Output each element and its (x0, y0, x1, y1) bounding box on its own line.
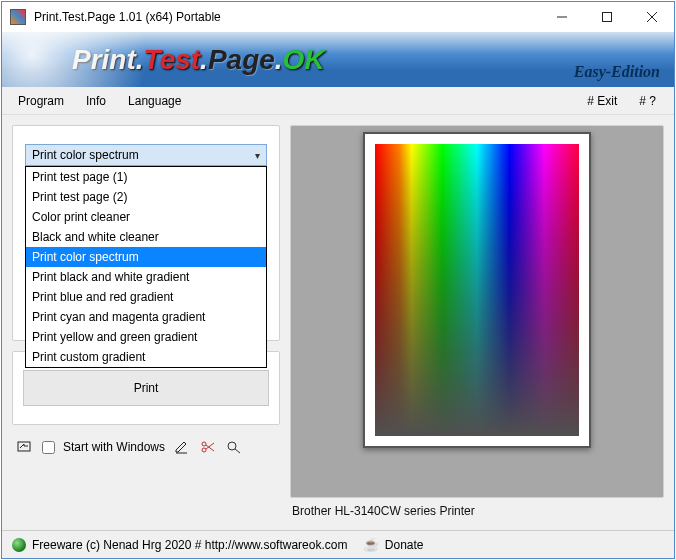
svg-rect-13 (375, 144, 579, 436)
titlebar: Print.Test.Page 1.01 (x64) Portable (2, 2, 674, 32)
start-with-windows-checkbox[interactable] (42, 441, 55, 454)
donate-icon: ☕ (363, 537, 379, 552)
svg-point-10 (228, 442, 236, 450)
window-controls (539, 2, 674, 32)
printer-caption: Brother HL-3140CW series Printer (290, 498, 664, 520)
print-preview (290, 125, 664, 498)
svg-line-11 (235, 449, 240, 453)
color-spectrum (375, 144, 579, 436)
minimize-button[interactable] (539, 2, 584, 32)
combo-item[interactable]: Print custom gradient (26, 347, 266, 367)
statusbar: Freeware (c) Nenad Hrg 2020 # http://www… (2, 530, 674, 558)
preview-page (363, 132, 591, 448)
banner-edition: Easy-Edition (574, 63, 660, 81)
menu-program[interactable]: Program (8, 90, 74, 112)
app-icon (10, 9, 26, 25)
test-type-combo[interactable]: Print color spectrum ▾ Print test page (… (25, 144, 267, 166)
select-panel: Print color spectrum ▾ Print test page (… (12, 125, 280, 341)
startwith-row: Start with Windows (12, 435, 280, 455)
menu-help[interactable]: # ? (629, 90, 666, 112)
combo-item[interactable]: Print test page (2) (26, 187, 266, 207)
combo-item[interactable]: Print test page (1) (26, 167, 266, 187)
combo-dropdown: Print test page (1)Print test page (2)Co… (25, 166, 267, 368)
maximize-button[interactable] (584, 2, 629, 32)
combo-item[interactable]: Print black and white gradient (26, 267, 266, 287)
status-donate[interactable]: Donate (385, 538, 424, 552)
left-column: Print color spectrum ▾ Print test page (… (12, 125, 280, 520)
combo-item[interactable]: Print yellow and green gradient (26, 327, 266, 347)
scissors-icon[interactable] (199, 439, 217, 455)
banner-word-4: OK (283, 44, 325, 76)
client-area: Print color spectrum ▾ Print test page (… (2, 115, 674, 530)
shortcut-icon[interactable] (16, 439, 34, 455)
svg-rect-1 (602, 13, 611, 22)
banner-word-3: Page (208, 44, 275, 76)
search-icon[interactable] (225, 439, 243, 455)
edit-icon[interactable] (173, 439, 191, 455)
globe-icon (12, 538, 26, 552)
app-window: Print.Test.Page 1.01 (x64) Portable Prin… (1, 1, 675, 559)
banner: Print. Test. Page. OK Easy-Edition (2, 32, 674, 87)
menu-language[interactable]: Language (118, 90, 191, 112)
combo-button[interactable]: Print color spectrum ▾ (25, 144, 267, 166)
start-with-windows-label: Start with Windows (63, 440, 165, 454)
close-icon (647, 12, 657, 22)
print-button[interactable]: Print (23, 370, 269, 406)
combo-item[interactable]: Print cyan and magenta gradient (26, 307, 266, 327)
close-button[interactable] (629, 2, 674, 32)
banner-word-2: Test (144, 44, 201, 76)
svg-point-7 (202, 448, 206, 452)
combo-item[interactable]: Print color spectrum (26, 247, 266, 267)
banner-word-1: Print (72, 44, 136, 76)
status-freeware: Freeware (c) Nenad Hrg 2020 # http://www… (32, 538, 347, 552)
combo-item[interactable]: Color print cleaner (26, 207, 266, 227)
svg-point-6 (202, 442, 206, 446)
menubar: Program Info Language # Exit # ? (2, 87, 674, 115)
combo-selected-label: Print color spectrum (32, 148, 139, 162)
maximize-icon (602, 12, 612, 22)
menu-info[interactable]: Info (76, 90, 116, 112)
combo-item[interactable]: Print blue and red gradient (26, 287, 266, 307)
minimize-icon (557, 12, 567, 22)
combo-item[interactable]: Black and white cleaner (26, 227, 266, 247)
menu-exit[interactable]: # Exit (577, 90, 627, 112)
chevron-down-icon: ▾ (255, 150, 260, 161)
right-column: Brother HL-3140CW series Printer (290, 125, 664, 520)
window-title: Print.Test.Page 1.01 (x64) Portable (34, 10, 539, 24)
